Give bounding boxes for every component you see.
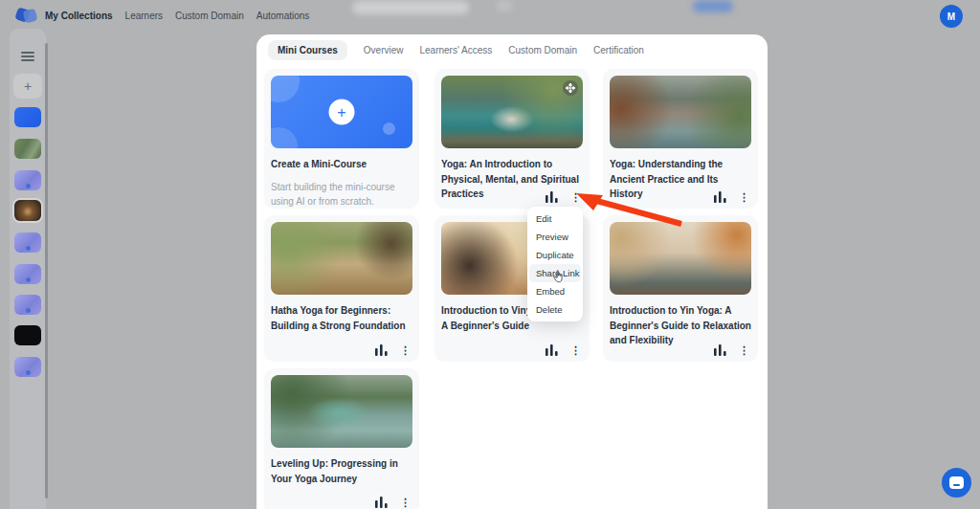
stats-icon[interactable] xyxy=(375,497,388,508)
chat-bubble-icon xyxy=(949,476,964,489)
course-card[interactable]: Introduction to Yin Yoga: A Beginner's G… xyxy=(603,215,758,362)
more-options-icon[interactable]: ⋮ xyxy=(400,345,411,356)
stats-icon[interactable] xyxy=(714,191,726,203)
menu-item-preview[interactable]: Preview xyxy=(529,228,581,246)
nav-item-custom-domain[interactable]: Custom Domain xyxy=(175,11,244,21)
collection-thumb-purple[interactable] xyxy=(14,170,41,190)
tab-custom-domain[interactable]: Custom Domain xyxy=(508,40,577,60)
collection-thumb-photo[interactable] xyxy=(14,139,41,159)
collection-tabs: Mini Courses Overview Learners' Access C… xyxy=(268,40,644,60)
course-cover-image xyxy=(610,76,751,148)
course-card[interactable]: Hatha Yoga for Beginners: Building a Str… xyxy=(264,215,419,362)
nav-item-learners[interactable]: Learners xyxy=(125,11,163,21)
create-card-subtitle: Start building the mini-course using AI … xyxy=(271,180,412,209)
stats-icon[interactable] xyxy=(714,344,726,356)
menu-item-duplicate[interactable]: Duplicate xyxy=(529,246,581,264)
hand-cursor-icon xyxy=(553,270,565,287)
nav-item-my-collections[interactable]: My Collections xyxy=(45,11,113,21)
course-cover-image xyxy=(271,222,412,295)
course-card[interactable]: Yoga: An Introduction to Physical, Menta… xyxy=(434,69,590,209)
create-course-plus-button[interactable]: + xyxy=(329,100,355,125)
blurred-upgrade-button[interactable] xyxy=(693,0,733,12)
course-card[interactable]: Leveling Up: Progressing in Your Yoga Jo… xyxy=(264,368,419,509)
collection-thumb-selected[interactable] xyxy=(14,200,41,221)
collection-thumb-black[interactable] xyxy=(14,325,41,345)
top-nav: My Collections Learners Custom Domain Au… xyxy=(0,0,980,32)
blurred-region xyxy=(352,1,469,14)
hamburger-menu-icon[interactable] xyxy=(21,52,34,61)
thumb-logo-icon xyxy=(26,184,31,188)
nav-menu: My Collections Learners Custom Domain Au… xyxy=(45,0,309,32)
collection-panel: Mini Courses Overview Learners' Access C… xyxy=(256,34,768,509)
sidebar-scrollbar[interactable] xyxy=(45,43,48,498)
drag-move-icon[interactable] xyxy=(563,80,578,96)
tab-overview[interactable]: Overview xyxy=(364,40,404,60)
decorative-circle xyxy=(383,122,395,135)
create-card-banner: + xyxy=(271,76,412,148)
thumb-logo-icon xyxy=(26,277,31,282)
thumb-logo-icon xyxy=(26,308,31,313)
tab-learners-access[interactable]: Learners' Access xyxy=(419,40,492,60)
decorative-circle xyxy=(271,127,298,148)
create-card-title: Create a Mini-Course xyxy=(271,157,412,172)
blurred-region-small xyxy=(496,0,513,11)
menu-item-delete[interactable]: Delete xyxy=(529,300,581,319)
tab-mini-courses[interactable]: Mini Courses xyxy=(268,40,347,60)
menu-item-edit[interactable]: Edit xyxy=(529,210,581,228)
app-logo-icon[interactable] xyxy=(16,7,37,25)
course-title: Introduction to Yin Yoga: A Beginner's G… xyxy=(610,303,751,348)
more-options-icon[interactable]: ⋮ xyxy=(400,498,411,508)
course-title: Leveling Up: Progressing in Your Yoga Jo… xyxy=(271,456,412,486)
stats-icon[interactable] xyxy=(546,191,558,203)
stats-icon[interactable] xyxy=(375,344,388,356)
collection-thumb-purple[interactable] xyxy=(14,264,41,284)
collection-thumb-purple[interactable] xyxy=(14,295,41,315)
stats-icon[interactable] xyxy=(546,344,558,356)
chat-widget-button[interactable] xyxy=(942,468,971,498)
course-title: Hatha Yoga for Beginners: Building a Str… xyxy=(271,303,412,333)
course-cover-image xyxy=(271,375,412,448)
course-context-menu: Edit Preview Duplicate Share Link Embed … xyxy=(527,207,583,321)
collection-thumb-blue[interactable] xyxy=(14,107,41,127)
collection-thumb-purple[interactable] xyxy=(14,232,41,253)
decorative-circle xyxy=(271,76,300,102)
more-options-icon[interactable]: ⋮ xyxy=(570,345,581,356)
more-options-icon[interactable]: ⋮ xyxy=(739,345,749,356)
collection-thumb-purple[interactable] xyxy=(14,357,41,377)
tab-certification[interactable]: Certification xyxy=(593,40,644,60)
course-card[interactable]: Yoga: Understanding the Ancient Practice… xyxy=(603,69,758,209)
create-mini-course-card[interactable]: + Create a Mini-Course Start building th… xyxy=(264,69,419,209)
course-cover-image xyxy=(610,222,751,295)
thumb-logo-icon xyxy=(26,246,31,251)
thumb-logo-icon xyxy=(26,370,31,375)
collections-sidebar: + xyxy=(10,29,46,509)
add-collection-button[interactable]: + xyxy=(13,74,42,99)
course-cover-image xyxy=(441,76,583,148)
more-options-icon[interactable]: ⋮ xyxy=(739,192,749,203)
nav-item-automations[interactable]: Automations xyxy=(256,11,310,21)
avatar[interactable]: M xyxy=(940,5,963,28)
more-options-icon[interactable]: ⋮ xyxy=(570,192,581,203)
logo-shape-light xyxy=(23,9,38,24)
